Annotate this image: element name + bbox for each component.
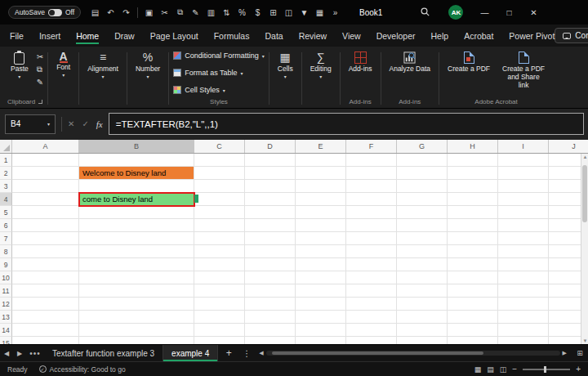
row-header-12[interactable]: 12 xyxy=(0,298,12,311)
cell-A2[interactable] xyxy=(12,167,79,180)
clipboard-icon[interactable]: ▣ xyxy=(142,8,156,17)
cell-B7[interactable] xyxy=(79,232,194,245)
cell-C3[interactable] xyxy=(194,180,245,193)
horizontal-scrollbar[interactable]: ◀ ▶ xyxy=(259,345,567,361)
cell-E15[interactable] xyxy=(296,337,346,344)
column-header-H[interactable]: H xyxy=(448,140,498,153)
cell-F8[interactable] xyxy=(346,245,397,258)
conditional-formatting-button[interactable]: Conditional Formatting ▾ xyxy=(173,51,265,60)
scroll-left-icon[interactable]: ◀ xyxy=(259,350,263,356)
cells-group-button[interactable]: ▦ Cells ▾ xyxy=(274,49,297,82)
menu-tab-acrobat[interactable]: Acrobat xyxy=(464,27,493,45)
cell-G9[interactable] xyxy=(397,258,448,271)
formula-input[interactable]: =TEXTAFTER(B2,"L",,1) xyxy=(109,113,584,135)
cell-I4[interactable] xyxy=(498,193,549,206)
cell-G8[interactable] xyxy=(397,245,448,258)
cell-F15[interactable] xyxy=(346,337,397,344)
menu-tab-file[interactable]: File xyxy=(10,27,24,45)
cell-B14[interactable] xyxy=(79,324,194,337)
cell-E7[interactable] xyxy=(296,232,346,245)
row-header-10[interactable]: 10 xyxy=(0,271,12,284)
zoom-slider[interactable] xyxy=(523,369,570,370)
vertical-scrollbar-thumb[interactable] xyxy=(582,165,587,222)
percent-icon[interactable]: % xyxy=(235,8,249,17)
cell-G4[interactable] xyxy=(397,193,448,206)
cell-B15[interactable] xyxy=(79,337,194,344)
name-box[interactable]: B4 ▾ xyxy=(5,114,56,134)
cell-H13[interactable] xyxy=(448,311,498,324)
scroll-right-icon[interactable]: ▶ xyxy=(563,350,567,356)
avatar[interactable]: AK xyxy=(448,5,463,20)
accessibility-status[interactable]: ✓ Accessibility: Good to go xyxy=(39,365,126,374)
cell-I6[interactable] xyxy=(498,219,549,232)
page-break-view-icon[interactable]: ◫ xyxy=(500,365,507,374)
cell-F5[interactable] xyxy=(346,206,397,219)
menu-tab-page-layout[interactable]: Page Layout xyxy=(150,27,198,45)
cell-B4[interactable]: come to Disney land xyxy=(79,193,194,206)
column-header-D[interactable]: D xyxy=(245,140,296,153)
cut-icon[interactable]: ✂ xyxy=(158,8,172,17)
cell-E4[interactable] xyxy=(296,193,346,206)
cell-D11[interactable] xyxy=(245,284,296,298)
cell-F14[interactable] xyxy=(346,324,397,337)
zoom-slider-thumb[interactable] xyxy=(544,366,546,373)
cell-A6[interactable] xyxy=(12,219,79,232)
cell-G12[interactable] xyxy=(397,298,448,311)
cell-D3[interactable] xyxy=(245,180,296,193)
maximize-button[interactable]: □ xyxy=(497,0,521,25)
cell-F12[interactable] xyxy=(346,298,397,311)
cell-F3[interactable] xyxy=(346,180,397,193)
cell-C1[interactable] xyxy=(194,154,245,167)
currency-icon[interactable]: $ xyxy=(251,8,265,17)
cell-E9[interactable] xyxy=(296,258,346,271)
cell-B9[interactable] xyxy=(79,258,194,271)
cell-B3[interactable] xyxy=(79,180,194,193)
cell-H1[interactable] xyxy=(448,154,498,167)
cell-F9[interactable] xyxy=(346,258,397,271)
column-header-B[interactable]: B xyxy=(79,140,194,153)
cell-A3[interactable] xyxy=(12,180,79,193)
cell-E2[interactable] xyxy=(296,167,346,180)
column-header-E[interactable]: E xyxy=(296,140,346,153)
comments-button[interactable]: Comments xyxy=(555,28,588,43)
cancel-icon[interactable]: ✕ xyxy=(68,119,74,128)
cell-B12[interactable] xyxy=(79,298,194,311)
cell-D10[interactable] xyxy=(245,271,296,284)
row-header-14[interactable]: 14 xyxy=(0,324,12,337)
cell-G14[interactable] xyxy=(397,324,448,337)
cell-C11[interactable] xyxy=(194,284,245,298)
cell-I9[interactable] xyxy=(498,258,549,271)
column-header-F[interactable]: F xyxy=(346,140,397,153)
menu-tab-developer[interactable]: Developer xyxy=(376,27,416,45)
cell-H15[interactable] xyxy=(448,337,498,344)
cell-E3[interactable] xyxy=(296,180,346,193)
cell-F2[interactable] xyxy=(346,167,397,180)
cell-A15[interactable] xyxy=(12,337,79,344)
cell-F4[interactable] xyxy=(346,193,397,206)
cell-G5[interactable] xyxy=(397,206,448,219)
autosave-toggle-switch[interactable] xyxy=(48,9,62,16)
menu-tab-review[interactable]: Review xyxy=(299,27,327,45)
page-layout-view-icon[interactable]: ▤ xyxy=(487,365,494,374)
scroll-up-icon[interactable]: ▲ xyxy=(581,154,588,159)
cell-D14[interactable] xyxy=(245,324,296,337)
row-header-11[interactable]: 11 xyxy=(0,284,12,298)
cell-F11[interactable] xyxy=(346,284,397,298)
cell-A9[interactable] xyxy=(12,258,79,271)
cell-A11[interactable] xyxy=(12,284,79,298)
cell-D4[interactable] xyxy=(245,193,296,206)
cell-C14[interactable] xyxy=(194,324,245,337)
cell-E12[interactable] xyxy=(296,298,346,311)
cell-F13[interactable] xyxy=(346,311,397,324)
undo-icon[interactable]: ↶ xyxy=(104,8,118,17)
horizontal-scrollbar-track[interactable] xyxy=(266,351,560,356)
cell-F7[interactable] xyxy=(346,232,397,245)
create-pdf-button[interactable]: Create a PDF xyxy=(443,49,494,75)
cell-I15[interactable] xyxy=(498,337,549,344)
cell-F1[interactable] xyxy=(346,154,397,167)
cell-G6[interactable] xyxy=(397,219,448,232)
row-header-13[interactable]: 13 xyxy=(0,311,12,324)
copy-button[interactable]: ⧉ xyxy=(37,65,43,74)
cell-C10[interactable] xyxy=(194,271,245,284)
cell-H6[interactable] xyxy=(448,219,498,232)
